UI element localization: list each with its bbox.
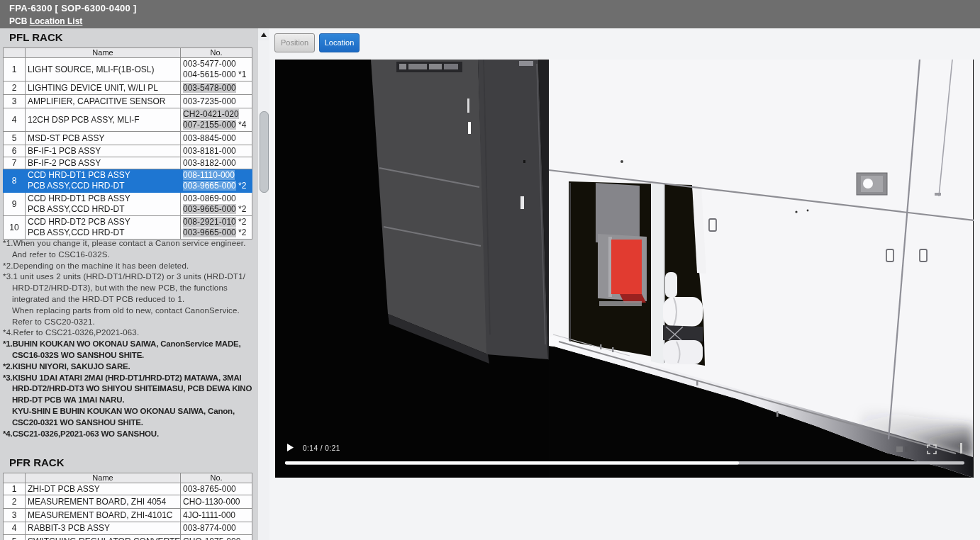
svg-text:0:14 / 0:21: 0:14 / 0:21 xyxy=(303,444,340,452)
